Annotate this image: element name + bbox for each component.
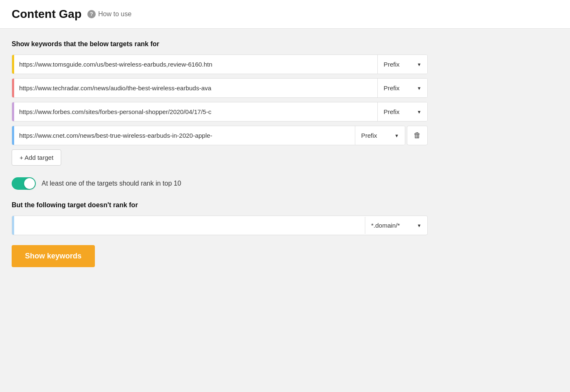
target-dropdown-arrow-1: ▼ [417, 62, 421, 67]
domain-mode-select[interactable]: *.domain/* ▼ [365, 217, 427, 234]
targets-container: Prefix▼Prefix▼Prefix▼Prefix▼🗑 [12, 55, 428, 145]
target-url-input-2[interactable] [14, 79, 377, 97]
target-row-inner-3: Prefix▼ [12, 102, 428, 122]
target-url-input-1[interactable] [14, 55, 377, 74]
target-mode-select-1[interactable]: Prefix▼ [377, 55, 427, 74]
excludes-section: But the following target doesn't rank fo… [12, 201, 428, 235]
target-url-input-3[interactable] [14, 102, 377, 121]
target-dropdown-arrow-3: ▼ [417, 109, 421, 114]
target-delete-button-4[interactable]: 🗑 [407, 126, 428, 145]
domain-row: *.domain/* ▼ [12, 216, 428, 235]
excludes-title: But the following target doesn't rank fo… [12, 201, 428, 209]
toggle-row: At least one of the targets should rank … [12, 177, 428, 190]
target-dropdown-arrow-4: ▼ [394, 133, 399, 138]
target-row-1: Prefix▼ [12, 55, 428, 74]
target-row-3: Prefix▼ [12, 102, 428, 122]
add-target-label: + Add target [20, 154, 53, 161]
page-header: Content Gap ? How to use [0, 0, 570, 29]
target-row-inner-2: Prefix▼ [12, 78, 428, 98]
toggle-label: At least one of the targets should rank … [42, 180, 181, 187]
target-row-2: Prefix▼ [12, 78, 428, 98]
target-row-inner-1: Prefix▼ [12, 55, 428, 74]
how-to-use-label: How to use [98, 10, 131, 18]
targets-section-title: Show keywords that the below targets ran… [12, 40, 428, 48]
how-to-use-link[interactable]: ? How to use [87, 10, 131, 18]
help-icon: ? [87, 10, 96, 18]
target-mode-select-2[interactable]: Prefix▼ [377, 79, 427, 97]
show-keywords-button[interactable]: Show keywords [12, 245, 95, 267]
main-content: Show keywords that the below targets ran… [0, 29, 570, 279]
target-mode-label-3: Prefix [384, 108, 413, 115]
rank-toggle[interactable] [12, 177, 36, 190]
toggle-knob [24, 178, 35, 189]
target-mode-label-2: Prefix [384, 84, 413, 92]
target-mode-select-3[interactable]: Prefix▼ [377, 102, 427, 121]
page-title: Content Gap [12, 7, 82, 21]
domain-input[interactable] [14, 216, 365, 235]
target-mode-select-4[interactable]: Prefix▼ [355, 126, 405, 145]
add-target-button[interactable]: + Add target [12, 149, 61, 166]
target-mode-label-4: Prefix [361, 132, 390, 139]
target-row-inner-4: Prefix▼ [12, 126, 405, 145]
trash-icon-4: 🗑 [414, 131, 421, 140]
domain-mode-label: *.domain/* [371, 222, 413, 229]
target-row-4: Prefix▼🗑 [12, 126, 428, 145]
target-mode-label-1: Prefix [384, 61, 413, 68]
target-url-input-4[interactable] [14, 126, 355, 145]
domain-dropdown-arrow: ▼ [417, 223, 421, 228]
target-dropdown-arrow-2: ▼ [417, 86, 421, 91]
targets-section: Show keywords that the below targets ran… [12, 40, 428, 267]
